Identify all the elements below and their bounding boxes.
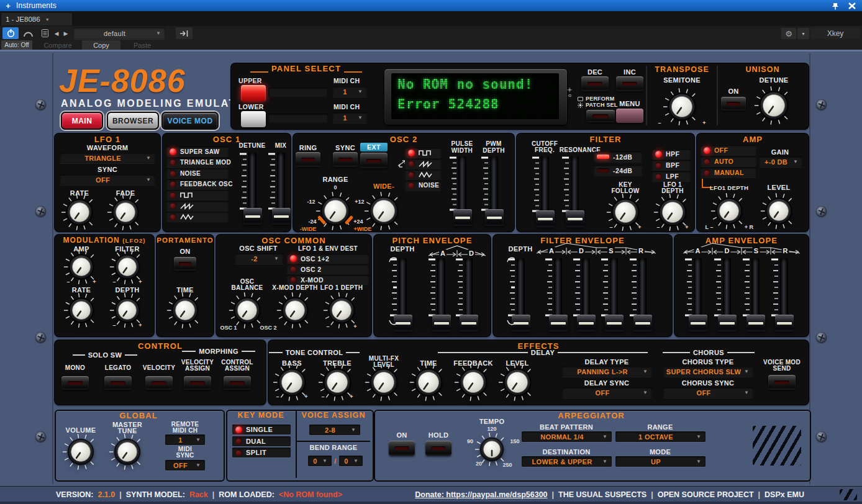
gain-select[interactable]: +-0 DB▼: [759, 156, 802, 167]
remote-midi-select[interactable]: 1▼: [165, 434, 205, 445]
prev-preset-button[interactable]: ◀: [52, 27, 61, 39]
led-option[interactable]: LPF: [652, 171, 691, 181]
osc2-sync-button[interactable]: [333, 152, 358, 167]
filter-depth-slider[interactable]: [507, 256, 534, 331]
led-option[interactable]: -12dB: [594, 151, 642, 162]
led-option[interactable]: FEEDBACK OSC: [166, 179, 229, 189]
amp-level-knob[interactable]: [760, 192, 797, 232]
amp-sustain-slider[interactable]: [742, 256, 769, 331]
delay-sync-select[interactable]: OFF▼: [562, 387, 652, 398]
pitch-decay-slider[interactable]: [455, 256, 482, 331]
led-option[interactable]: SPLIT: [232, 448, 291, 457]
led-option[interactable]: OSC 2: [287, 264, 369, 274]
led-option[interactable]: TRIANGLE MOD: [166, 158, 229, 168]
voice-mod-send-button[interactable]: [768, 375, 796, 390]
preset-select[interactable]: default▼: [73, 27, 165, 39]
amp-lfo1-depth-knob[interactable]: [710, 192, 748, 232]
beat-pattern-select[interactable]: NORMAL 1/4▼: [522, 431, 612, 442]
next-preset-button[interactable]: ▶: [61, 27, 70, 39]
velocity-button[interactable]: [145, 376, 173, 390]
gear-icon[interactable]: ⚙: [781, 28, 796, 39]
slider-handle[interactable]: [633, 315, 652, 331]
upper-button[interactable]: [241, 85, 266, 101]
compare-button[interactable]: Compare: [36, 40, 79, 50]
slider-handle[interactable]: [453, 209, 472, 226]
master-tune-knob[interactable]: [109, 433, 146, 473]
donate-link[interactable]: Donate: https://paypal.me/dsp56300: [415, 490, 547, 499]
lfo1-fade-knob[interactable]: [107, 194, 144, 233]
amp-attack-slider[interactable]: [684, 256, 711, 331]
led-option[interactable]: SUPER SAW: [166, 146, 229, 156]
delay-type-select[interactable]: PANNING L->R▼: [562, 366, 652, 377]
slider-handle[interactable]: [577, 315, 596, 331]
dec-button[interactable]: [581, 76, 609, 91]
led-option[interactable]: -24dB: [594, 165, 642, 176]
tab-voice-mod[interactable]: VOICE MOD: [161, 112, 219, 130]
legato-button[interactable]: [104, 376, 132, 390]
slider-handle[interactable]: [432, 315, 451, 331]
slider-handle[interactable]: [272, 208, 291, 225]
portamento-on-button[interactable]: [174, 257, 196, 271]
velocity-assign-button[interactable]: [184, 376, 211, 390]
power-button[interactable]: [2, 27, 19, 39]
multi-fx-level-knob[interactable]: [365, 363, 403, 404]
paste-button[interactable]: Paste: [123, 40, 161, 50]
slider-handle[interactable]: [746, 315, 765, 331]
osc1-detune-slider[interactable]: [238, 150, 266, 225]
filter-attack-slider[interactable]: [544, 256, 571, 331]
tab-je8086[interactable]: 1 - JE8086▼: [1, 13, 72, 25]
mono-button[interactable]: [61, 376, 89, 390]
slider-handle[interactable]: [775, 315, 794, 331]
slider-handle[interactable]: [718, 315, 737, 331]
lfo1-sync-select[interactable]: OFF▼: [60, 174, 155, 185]
lower-midi-ch-select[interactable]: 1▼: [332, 112, 367, 123]
close-icon[interactable]: [848, 2, 856, 9]
led-option[interactable]: [166, 201, 229, 211]
filter-decay-slider[interactable]: [572, 256, 599, 331]
osc-shift-select[interactable]: -2▼: [235, 253, 283, 264]
delay-level-knob[interactable]: [498, 363, 537, 404]
auto-status[interactable]: Auto: Off: [1, 40, 32, 50]
semitone-knob[interactable]: [663, 88, 701, 128]
bend-range-down-select[interactable]: 0▼: [308, 456, 332, 466]
osc1-mix-slider[interactable]: [267, 150, 294, 225]
led-option[interactable]: SINGLE: [232, 425, 291, 434]
file-icon[interactable]: [39, 27, 51, 39]
volume-knob[interactable]: [62, 433, 99, 473]
slider-handle[interactable]: [605, 315, 624, 331]
arp-on-button[interactable]: [389, 441, 415, 456]
perform-patch-button[interactable]: [586, 110, 615, 122]
chevron-down-icon[interactable]: ▼: [797, 28, 809, 39]
slider-handle[interactable]: [549, 315, 568, 331]
slider-handle[interactable]: [566, 210, 584, 227]
lfo1-rate-knob[interactable]: [61, 194, 98, 233]
mod-rate-knob[interactable]: [63, 292, 99, 331]
pulse-width-slider[interactable]: [448, 154, 476, 226]
lfo1-waveform-select[interactable]: TRIANGLE▼: [60, 153, 155, 163]
voice-assign-select[interactable]: 2-8▼: [309, 425, 360, 435]
osc2-range-knob[interactable]: [315, 191, 355, 233]
delay-time-knob[interactable]: [409, 363, 448, 404]
led-option[interactable]: X-MOD: [287, 275, 369, 284]
pitch-depth-slider[interactable]: [389, 256, 416, 331]
filter-sustain-slider[interactable]: [600, 256, 627, 331]
unison-on-button[interactable]: [721, 97, 746, 110]
lower-button[interactable]: [241, 111, 266, 127]
arp-range-select[interactable]: 1 OCTAVE▼: [615, 431, 705, 442]
led-option[interactable]: DUAL: [232, 436, 291, 446]
destination-select[interactable]: LOWER & UPPER▼: [522, 456, 612, 467]
led-option[interactable]: [166, 190, 229, 200]
cutoff-slider[interactable]: [531, 154, 558, 227]
menu-button[interactable]: [616, 109, 643, 123]
led-option[interactable]: HPF: [652, 149, 691, 159]
led-option[interactable]: NOISE: [405, 181, 441, 191]
amp-release-slider[interactable]: [770, 256, 797, 331]
chorus-sync-select[interactable]: OFF▼: [663, 387, 753, 398]
inc-button[interactable]: [616, 76, 643, 91]
arp-mode-select[interactable]: UP▼: [615, 456, 705, 467]
control-assign-button[interactable]: [224, 376, 251, 390]
unison-detune-knob[interactable]: [754, 86, 794, 128]
amp-decay-slider[interactable]: [713, 256, 740, 331]
slider-handle[interactable]: [689, 315, 707, 331]
feedback-knob[interactable]: [454, 363, 492, 404]
